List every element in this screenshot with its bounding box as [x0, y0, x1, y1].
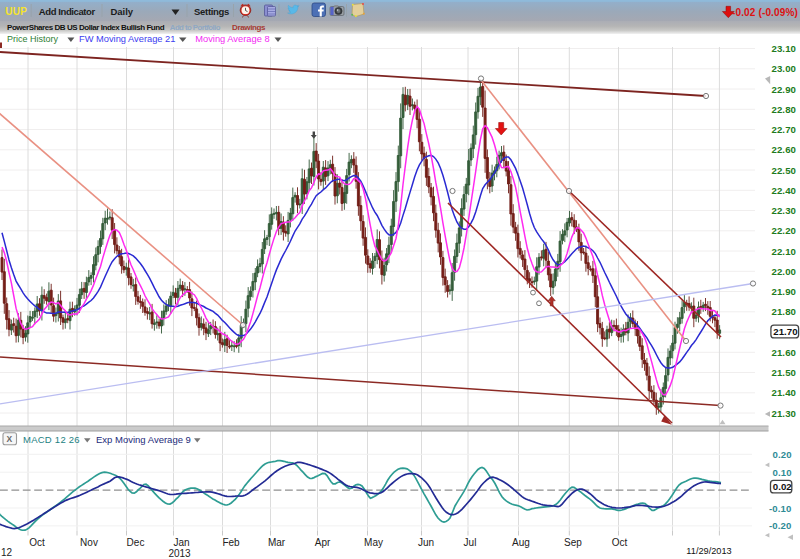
svg-text:22.90: 22.90: [772, 84, 797, 95]
svg-text:Jun: Jun: [418, 537, 434, 548]
svg-text:21.90: 21.90: [772, 286, 797, 297]
svg-text:2013: 2013: [168, 548, 191, 559]
svg-text:0.10: 0.10: [773, 467, 792, 478]
svg-text:21.30: 21.30: [772, 408, 797, 419]
svg-text:FW Moving Average 21: FW Moving Average 21: [79, 34, 175, 44]
svg-text:21.50: 21.50: [772, 367, 797, 378]
svg-text:Add Indicator: Add Indicator: [39, 6, 96, 17]
svg-text:22.70: 22.70: [772, 124, 797, 135]
svg-text:Moving Average 8: Moving Average 8: [195, 34, 269, 44]
svg-text:Mar: Mar: [268, 537, 286, 548]
svg-text:22.60: 22.60: [772, 144, 797, 155]
svg-text:21.40: 21.40: [772, 387, 797, 398]
svg-text:Aug: Aug: [512, 537, 530, 548]
svg-text:22.10: 22.10: [772, 246, 797, 257]
svg-text:Price History: Price History: [7, 34, 59, 44]
svg-text:21.70: 21.70: [773, 326, 797, 337]
svg-text:Dec: Dec: [127, 537, 145, 548]
svg-text:PowerShares DB US Dollar Index: PowerShares DB US Dollar Index Bullish F…: [7, 23, 165, 32]
svg-text:Oct: Oct: [29, 537, 45, 548]
svg-text:0.02: 0.02: [773, 481, 792, 492]
svg-text:21.60: 21.60: [772, 347, 797, 358]
svg-text:Add to Portfolio: Add to Portfolio: [170, 23, 221, 32]
svg-text:22.40: 22.40: [772, 185, 797, 196]
svg-text:23.00: 23.00: [772, 63, 797, 74]
svg-text:0.20: 0.20: [773, 449, 792, 460]
svg-text:MACD 12 26: MACD 12 26: [23, 434, 80, 445]
svg-text:21.80: 21.80: [772, 306, 797, 317]
svg-text:Settings: Settings: [194, 6, 229, 17]
svg-text:22.20: 22.20: [772, 225, 797, 236]
svg-text:Jul: Jul: [464, 537, 477, 548]
svg-text:22.00: 22.00: [772, 266, 797, 277]
svg-text:Apr: Apr: [315, 537, 331, 548]
svg-text:-0.10: -0.10: [769, 503, 791, 514]
svg-text:22.80: 22.80: [772, 104, 797, 115]
svg-text:23.10: 23.10: [772, 43, 797, 54]
svg-text:12: 12: [1, 547, 13, 558]
svg-text:Sep: Sep: [564, 537, 582, 548]
svg-text:Jan: Jan: [173, 537, 189, 548]
svg-text:Nov: Nov: [80, 537, 98, 548]
svg-text:11/29/2013: 11/29/2013: [686, 546, 731, 556]
svg-text:Feb: Feb: [222, 537, 240, 548]
svg-text:Drawings: Drawings: [232, 23, 266, 32]
svg-text:Daily: Daily: [110, 6, 133, 17]
svg-text:Oct: Oct: [612, 537, 628, 548]
svg-text:UUP: UUP: [5, 6, 27, 17]
svg-text:-0.20: -0.20: [769, 520, 791, 531]
svg-text:Exp Moving Average 9: Exp Moving Average 9: [96, 434, 191, 445]
svg-text:22.50: 22.50: [772, 165, 797, 176]
svg-text:May: May: [364, 537, 383, 548]
svg-text:-0.02 (-0.09%): -0.02 (-0.09%): [732, 7, 798, 18]
svg-text:X: X: [7, 434, 13, 444]
svg-text:22.30: 22.30: [772, 205, 797, 216]
